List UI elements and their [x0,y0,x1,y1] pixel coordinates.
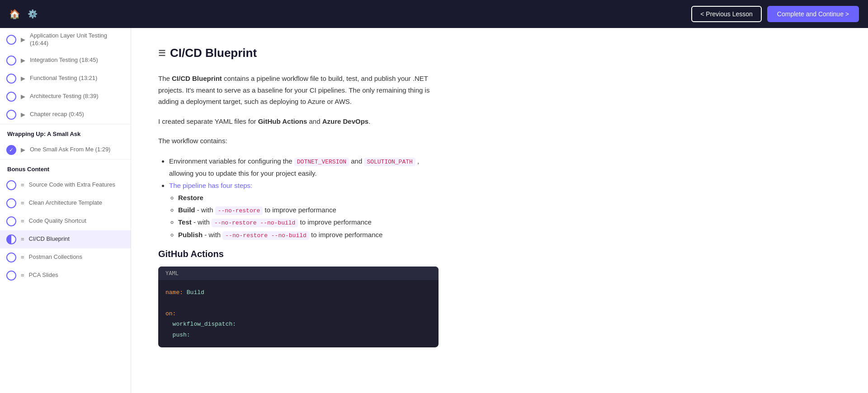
completion-circle [6,110,16,120]
completion-circle [6,253,16,262]
sidebar-item-label: Architecture Testing (8:39) [30,93,99,100]
video-icon: ▶ [21,36,25,43]
sidebar-item-label: Postman Collections [29,253,83,261]
bullet-pipeline-steps: The pipeline has four steps: Restore Bui… [169,179,439,241]
sidebar-item-code-quality[interactable]: ≡ Code Quality Shortcut [0,212,131,230]
page-title: ☰ CI/CD Blueprint [158,46,841,60]
nav-left: 🏠 ⚙️ [9,9,38,19]
sidebar-item-arch-testing[interactable]: ▶ Architecture Testing (8:39) [0,88,131,106]
sidebar: ▶ Application Layer Unit Testing (16:44)… [0,28,131,393]
completion-circle [6,216,16,226]
code-line-on: on: [165,309,431,319]
code-line-workflow-dispatch: workflow_dispatch: [165,319,431,329]
sidebar-item-small-ask[interactable]: ✓ ▶ One Small Ask From Me (1:29) [0,141,131,159]
sidebar-item-label: Code Quality Shortcut [29,217,86,225]
code-block-lang: YAML [158,267,439,280]
step-restore: Restore [178,192,439,204]
sidebar-item-label: Chapter recap (0:45) [30,111,84,118]
sidebar-item-label: Clean Architecture Template [29,199,102,207]
sidebar-item-functional[interactable]: ▶ Functional Testing (13:21) [0,70,131,88]
video-icon: ▶ [21,57,25,64]
sidebar-item-label: Integration Testing (18:45) [30,56,98,64]
sidebar-item-label: Functional Testing (13:21) [30,75,97,82]
sidebar-item-app-unit[interactable]: ▶ Application Layer Unit Testing (16:44) [0,28,131,51]
step-test: Test - with --no-restore --no-build to i… [178,216,439,228]
sidebar-item-chapter-recap[interactable]: ▶ Chapter recap (0:45) [0,106,131,124]
completion-circle [6,74,16,84]
sidebar-item-postman[interactable]: ≡ Postman Collections [0,248,131,267]
complete-continue-button[interactable]: Complete and Continue > [767,6,859,22]
sidebar-item-source-code[interactable]: ≡ Source Code with Extra Features [0,176,131,194]
bullet-env-vars: Environment variables for configuring th… [169,155,439,179]
list-icon: ≡ [21,200,24,206]
completion-circle [6,35,16,45]
list-icon: ≡ [21,254,24,261]
main-layout: ▶ Application Layer Unit Testing (16:44)… [0,28,868,393]
sidebar-item-label: CI/CD Blueprint [29,235,70,243]
sidebar-item-label: Source Code with Extra Features [29,181,115,189]
pipeline-steps-list: Restore Build - with --no-restore to imp… [169,192,439,241]
workflow-bullet-list: Environment variables for configuring th… [158,155,439,241]
github-actions-heading: GitHub Actions [158,249,841,259]
list-icon: ≡ [21,272,24,279]
previous-lesson-button[interactable]: < Previous Lesson [691,6,762,22]
sidebar-item-label: Application Layer Unit Testing (16:44) [30,32,124,47]
completion-circle [6,92,16,102]
top-nav: 🏠 ⚙️ < Previous Lesson Complete and Cont… [0,0,868,28]
nav-right: < Previous Lesson Complete and Continue … [691,6,859,22]
home-icon[interactable]: 🏠 [9,9,20,19]
no-restore-code: --no-restore [215,206,263,215]
check-mark: ✓ [9,147,14,153]
sidebar-item-clean-arch[interactable]: ≡ Clean Architecture Template [0,194,131,212]
dotnet-version-code: DOTNET_VERSION [294,158,349,166]
sidebar-item-cicd[interactable]: ≡ CI/CD Blueprint [0,230,131,248]
list-icon: ≡ [21,182,24,188]
video-icon: ▶ [21,146,25,153]
completion-circle [6,271,16,281]
sidebar-section-testing: ▶ Application Layer Unit Testing (16:44)… [0,28,131,124]
video-icon: ▶ [21,75,25,82]
yaml-files-note: I created separate YAML files for GitHub… [158,116,439,127]
no-restore-no-build-code-publish: --no-restore --no-build [222,231,309,240]
sidebar-item-label: One Small Ask From Me (1:29) [30,146,110,154]
intro-text: The CI/CD Blueprint contains a pipeline … [158,73,439,108]
hamburger-icon: ☰ [158,48,165,58]
no-restore-no-build-code-test: --no-restore --no-build [212,219,298,227]
completion-circle [6,198,16,208]
list-icon: ≡ [21,236,24,243]
settings-icon[interactable]: ⚙️ [28,9,38,19]
step-publish: Publish - with --no-restore --no-build t… [178,229,439,241]
sidebar-item-integration[interactable]: ▶ Integration Testing (18:45) [0,51,131,70]
list-icon: ≡ [21,218,24,225]
yaml-code-block: YAML name: Build on: workflow_dispatch: … [158,267,439,347]
code-line-push: push: [165,330,431,340]
code-line-name: name: Build [165,287,431,298]
section-title-bonus: Bonus Content [0,159,131,176]
section-title-wrapping-up: Wrapping Up: A Small Ask [0,124,131,141]
completion-circle [6,56,16,66]
completion-circle-half [6,234,16,244]
pipeline-text: The pipeline has four steps: [169,182,252,189]
sidebar-section-bonus: Bonus Content ≡ Source Code with Extra F… [0,159,131,285]
workflow-contains-text: The workflow contains: [158,135,439,147]
sidebar-item-pca-slides[interactable]: ≡ PCA Slides [0,267,131,285]
step-build: Build - with --no-restore to improve per… [178,204,439,216]
solution-path-code: SOLUTION_PATH [364,158,415,166]
code-block-body: name: Build on: workflow_dispatch: push: [158,280,439,347]
code-line-blank [165,298,431,308]
video-icon: ▶ [21,93,25,100]
content-area: ☰ CI/CD Blueprint The CI/CD Blueprint co… [131,28,868,393]
completion-circle-filled: ✓ [6,145,16,155]
sidebar-item-label: PCA Slides [29,271,58,279]
sidebar-section-wrapping-up: Wrapping Up: A Small Ask ✓ ▶ One Small A… [0,124,131,159]
completion-circle [6,180,16,190]
video-icon: ▶ [21,111,25,118]
